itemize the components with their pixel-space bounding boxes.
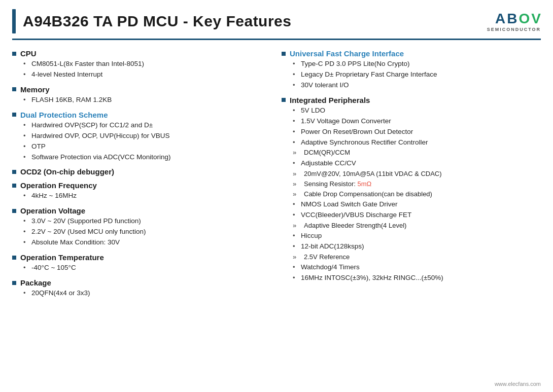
section-bullet-package bbox=[12, 281, 16, 285]
list-item: Absolute Max Condition: 30V bbox=[23, 237, 266, 248]
section-op-voltage: Operation Voltage 3.0V ~ 20V (Supported … bbox=[12, 206, 266, 248]
section-memory-items: FLASH 16KB, RAM 1.2KB bbox=[12, 95, 266, 105]
left-column: CPU CM8051-L(8x Faster than Intel-8051) … bbox=[12, 49, 276, 304]
section-cpu: CPU CM8051-L(8x Faster than Intel-8051) … bbox=[12, 49, 266, 80]
title-bar-decoration bbox=[12, 9, 16, 33]
logo: A B O V bbox=[495, 11, 541, 27]
section-dual-protection: Dual Protection Scheme Hardwired OVP(SCP… bbox=[12, 111, 266, 163]
list-item: 2.2V ~ 20V (Used MCU only function) bbox=[23, 227, 266, 237]
list-item: Power On Reset/Brown Out Detector bbox=[293, 127, 541, 137]
section-op-freq-items: 4kHz ~ 16MHz bbox=[12, 191, 266, 201]
section-dual-protection-items: Hardwired OVP(SCP) for CC1/2 and D± Hard… bbox=[12, 120, 266, 163]
right-column: Universal Fast Charge Interface Type-C P… bbox=[276, 49, 541, 304]
section-fast-charge: Universal Fast Charge Interface Type-C P… bbox=[282, 49, 541, 91]
section-package-items: 20QFN(4x4 or 3x3) bbox=[12, 288, 266, 299]
section-package-header: Package bbox=[12, 278, 266, 287]
page-header: A94B326 TA PD MCU - Key Features A B O V… bbox=[12, 9, 541, 40]
section-op-voltage-items: 3.0V ~ 20V (Supported PD function) 2.2V … bbox=[12, 216, 266, 248]
section-bullet-dual-protection bbox=[12, 113, 16, 117]
list-item: 1.5V Voltage Down Converter bbox=[293, 116, 541, 127]
section-bullet-op-temp bbox=[12, 256, 16, 260]
list-item: FLASH 16KB, RAM 1.2KB bbox=[23, 95, 266, 105]
page-container: A94B326 TA PD MCU - Key Features A B O V… bbox=[0, 0, 553, 392]
section-memory-header: Memory bbox=[12, 85, 266, 94]
section-dual-protection-header: Dual Protection Scheme bbox=[12, 111, 266, 119]
section-title-op-temp: Operation Temperature bbox=[20, 253, 104, 262]
list-item: 30V tolerant I/O bbox=[293, 80, 541, 91]
list-item-nmos: NMOS Load Switch Gate Driver bbox=[293, 199, 541, 210]
list-item-sub: DCM(QR)/CCM bbox=[293, 148, 541, 158]
section-op-voltage-header: Operation Voltage bbox=[12, 206, 266, 215]
section-bullet-ocd2 bbox=[12, 170, 16, 174]
list-item: Watchdog/4 Timers bbox=[293, 262, 541, 273]
section-bullet-op-freq bbox=[12, 184, 16, 188]
section-memory: Memory FLASH 16KB, RAM 1.2KB bbox=[12, 85, 266, 105]
list-item: Legacy D± Proprietary Fast Charge Interf… bbox=[293, 69, 541, 80]
section-integrated-peripherals: Integrated Peripherals 5V LDO 1.5V Volta… bbox=[282, 96, 541, 283]
section-fast-charge-header: Universal Fast Charge Interface bbox=[282, 49, 541, 58]
section-title-memory: Memory bbox=[20, 85, 50, 94]
section-bullet-fast-charge bbox=[282, 52, 286, 56]
list-item-sub: Adaptive Bleeder Strength(4 Level) bbox=[293, 221, 541, 231]
list-item: 16MHz INTOSC(±3%), 32kHz RINGC...(±50%) bbox=[293, 273, 541, 283]
list-item: Hardwired OVP(SCP) for CC1/2 and D± bbox=[23, 120, 266, 131]
list-item: 12-bit ADC(128ksps) bbox=[293, 241, 541, 252]
section-title-op-voltage: Operation Voltage bbox=[20, 206, 85, 215]
list-item: CM8051-L(8x Faster than Intel-8051) bbox=[23, 59, 266, 69]
section-package: Package 20QFN(4x4 or 3x3) bbox=[12, 278, 266, 299]
section-title-dual-protection: Dual Protection Scheme bbox=[20, 111, 108, 119]
list-item-sub: Cable Drop Compensation(can be disabled) bbox=[293, 189, 541, 199]
list-item: 5V LDO bbox=[293, 105, 541, 116]
section-title-package: Package bbox=[20, 278, 51, 287]
list-item: Hiccup bbox=[293, 231, 541, 241]
title-block: A94B326 TA PD MCU - Key Features bbox=[12, 9, 292, 33]
list-item: Adaptive Synchronous Rectifier Controlle… bbox=[293, 137, 541, 148]
logo-letter-b: B bbox=[507, 11, 517, 27]
section-bullet-integrated-peripherals bbox=[282, 98, 286, 102]
section-title-integrated-peripherals: Integrated Peripherals bbox=[290, 96, 370, 104]
section-title-ocd2: OCD2 (On-chip debugger) bbox=[20, 167, 114, 176]
list-item-vcc-bleeder: VCC(Bleeder)/VBUS Discharge FET bbox=[293, 210, 541, 221]
section-op-temp-header: Operation Temperature bbox=[12, 253, 266, 262]
section-op-temp-items: -40°C ~ 105°C bbox=[12, 263, 266, 273]
section-bullet-cpu bbox=[12, 52, 16, 56]
section-ocd2: OCD2 (On-chip debugger) bbox=[12, 167, 266, 176]
section-op-freq-header: Operation Frequency bbox=[12, 181, 266, 190]
list-item-adjustable-cc-cv: Adjustable CC/CV bbox=[293, 158, 541, 169]
section-cpu-items: CM8051-L(8x Faster than Intel-8051) 4-le… bbox=[12, 59, 266, 80]
section-bullet-op-voltage bbox=[12, 209, 16, 213]
section-integrated-peripherals-items: 5V LDO 1.5V Voltage Down Converter Power… bbox=[282, 105, 541, 283]
list-item: Software Protection via ADC(VCC Monitori… bbox=[23, 152, 266, 163]
section-cpu-header: CPU bbox=[12, 49, 266, 58]
logo-letter-a: A bbox=[495, 11, 505, 27]
section-ocd2-header: OCD2 (On-chip debugger) bbox=[12, 167, 266, 176]
page-title: A94B326 TA PD MCU - Key Features bbox=[23, 13, 292, 30]
section-title-cpu: CPU bbox=[20, 49, 37, 58]
logo-subtitle: SEMICONDUCTOR bbox=[487, 27, 541, 32]
section-title-fast-charge: Universal Fast Charge Interface bbox=[290, 49, 404, 58]
website-footer: www.elecfans.com bbox=[495, 381, 541, 387]
list-item: 4-level Nested Interrupt bbox=[23, 69, 266, 80]
section-bullet-memory bbox=[12, 87, 16, 91]
section-op-freq: Operation Frequency 4kHz ~ 16MHz bbox=[12, 181, 266, 201]
list-item-sub-2.5v: 2.5V Reference bbox=[293, 252, 541, 262]
section-op-temp: Operation Temperature -40°C ~ 105°C bbox=[12, 253, 266, 273]
list-item-sub: 20mV@20V, 10mA@5A (11bit VDAC & CDAC) bbox=[293, 169, 541, 179]
section-title-op-freq: Operation Frequency bbox=[20, 181, 97, 190]
list-item: OTP bbox=[23, 141, 266, 152]
list-item: Type-C PD 3.0 PPS Lite(No Crypto) bbox=[293, 59, 541, 69]
list-item-sub: Sensing Resistor: 5mΩ bbox=[293, 179, 541, 189]
logo-block: A B O V SEMICONDUCTOR bbox=[487, 11, 541, 32]
list-item: 4kHz ~ 16MHz bbox=[23, 191, 266, 201]
list-item: -40°C ~ 105°C bbox=[23, 263, 266, 273]
logo-letter-v: V bbox=[531, 11, 541, 27]
content-columns: CPU CM8051-L(8x Faster than Intel-8051) … bbox=[12, 49, 541, 304]
red-text: 5mΩ bbox=[358, 180, 372, 188]
logo-letter-o: O bbox=[519, 11, 530, 27]
list-item: Hardwired OVP, OCP, UVP(Hiccup) for VBUS bbox=[23, 131, 266, 141]
list-item: 3.0V ~ 20V (Supported PD function) bbox=[23, 216, 266, 227]
section-integrated-peripherals-header: Integrated Peripherals bbox=[282, 96, 541, 104]
section-fast-charge-items: Type-C PD 3.0 PPS Lite(No Crypto) Legacy… bbox=[282, 59, 541, 91]
list-item: 20QFN(4x4 or 3x3) bbox=[23, 288, 266, 299]
